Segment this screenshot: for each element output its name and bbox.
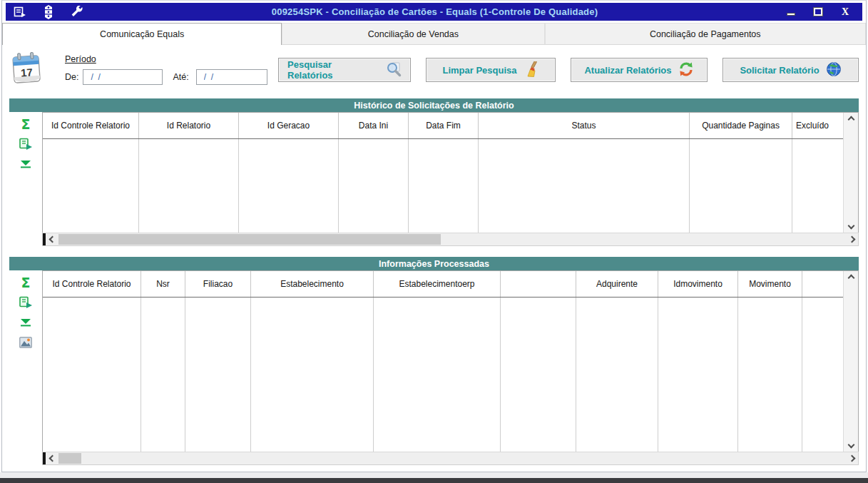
grid2-side-icons: Σ	[9, 270, 42, 465]
refresh-reports-button[interactable]: Atualizar Relatórios	[571, 58, 708, 82]
clear-search-button[interactable]: Limpar Pesquisa	[426, 58, 556, 82]
search-reports-label: Pesquisar Relatórios	[287, 59, 379, 81]
date-to-label: Até:	[173, 72, 188, 82]
grid1-header-row: Id Controle Relatorio Id Relatorio Id Ge…	[43, 113, 843, 139]
sum-icon[interactable]: Σ	[19, 118, 33, 131]
totem-icon[interactable]	[41, 6, 56, 19]
window-controls: X	[785, 7, 855, 17]
window-title: 009254SPK - Conciliação de Cartões - Equ…	[84, 6, 785, 17]
export-data-icon[interactable]	[19, 138, 33, 151]
maximize-button[interactable]	[812, 7, 824, 17]
scroll-right-button[interactable]	[845, 452, 858, 464]
application-window: 009254SPK - Conciliação de Cartões - Equ…	[0, 0, 868, 483]
grid1-vertical-scrollbar[interactable]	[843, 113, 858, 233]
grid1-body[interactable]	[43, 139, 843, 233]
clear-search-label: Limpar Pesquisa	[442, 65, 516, 76]
column-header[interactable]: Status	[479, 113, 690, 138]
magnifier-icon	[386, 61, 402, 79]
date-from-input[interactable]	[83, 69, 163, 85]
grid1-zone: Σ	[9, 112, 859, 246]
tab-label: Conciliação de Vendas	[368, 29, 459, 39]
desktop-gap	[0, 472, 868, 478]
request-report-label: Solicitar Relatório	[740, 65, 819, 76]
column-header[interactable]: Estabelecimento	[251, 271, 374, 297]
go-to-bottom-icon[interactable]	[19, 316, 33, 329]
column-header[interactable]: Idmovimento	[658, 271, 738, 297]
column-header[interactable]: Filiacao	[185, 271, 251, 297]
report-export-icon[interactable]	[13, 6, 27, 19]
scroll-right-button[interactable]	[845, 233, 858, 245]
column-header[interactable]: Id Controle Relatorio	[43, 271, 141, 297]
title-bar: 009254SPK - Conciliação de Cartões - Equ…	[6, 3, 862, 21]
grid2-header-row: Id Controle Relatorio Nsr Filiacao Estab…	[43, 271, 843, 298]
grid1-section-bar: Histórico de Solicitações de Relatório	[9, 98, 859, 112]
request-report-button[interactable]: Solicitar Relatório	[723, 58, 859, 82]
refresh-icon	[678, 61, 694, 79]
image-icon[interactable]	[19, 336, 33, 349]
tab-conciliacao-pagamentos[interactable]: Conciliação de Pagamentos	[545, 23, 867, 45]
scroll-down-icon[interactable]	[847, 442, 854, 449]
minimize-button[interactable]	[785, 7, 797, 17]
close-button[interactable]: X	[839, 7, 851, 17]
grid2: Id Controle Relatorio Nsr Filiacao Estab…	[42, 270, 859, 465]
column-header[interactable]: Data Ini	[339, 113, 409, 138]
grid2-horizontal-scrollbar[interactable]	[42, 452, 859, 465]
grid2-zone: Σ	[9, 270, 859, 465]
date-from-label: De:	[65, 72, 78, 82]
column-header[interactable]: Quantidade Paginas	[690, 113, 792, 138]
action-buttons: Pesquisar Relatórios Limpar Pesquisa	[275, 58, 859, 82]
export-data-icon[interactable]	[19, 296, 33, 309]
scroll-down-icon[interactable]	[847, 223, 854, 230]
date-to-input[interactable]	[196, 69, 267, 85]
grid1-title: Histórico de Solicitações de Relatório	[354, 101, 514, 111]
grid1-side-icons: Σ	[9, 112, 42, 246]
column-header[interactable]: Estabelecimentoerp	[374, 271, 501, 297]
grid1-horizontal-scrollbar[interactable]	[42, 233, 859, 246]
grid2-title: Informações Processadas	[379, 259, 489, 269]
sum-icon[interactable]: Σ	[19, 276, 33, 289]
tab-comunicacao-equals[interactable]: Comunicação Equals	[2, 23, 282, 45]
grid2-section-bar: Informações Processadas	[9, 257, 859, 270]
grid1: Id Controle Relatorio Id Relatorio Id Ge…	[42, 112, 859, 246]
period-label: Período	[65, 54, 96, 64]
column-header[interactable]: Id Relatorio	[139, 113, 239, 138]
scroll-left-button[interactable]	[46, 233, 58, 245]
column-header[interactable]: Adquirente	[576, 271, 658, 297]
calendar-day: 17	[20, 66, 33, 78]
scroll-left-button[interactable]	[46, 452, 58, 464]
scroll-up-icon[interactable]	[847, 275, 854, 282]
column-header[interactable]: Movimento	[738, 271, 802, 297]
search-reports-button[interactable]: Pesquisar Relatórios	[278, 58, 411, 82]
window-frame: 009254SPK - Conciliação de Cartões - Equ…	[1, 0, 867, 472]
refresh-reports-label: Atualizar Relatórios	[584, 65, 671, 76]
window-bottom-edge	[0, 478, 868, 483]
toolbar: 17 Período De: Até: Pesquisar Rel	[2, 45, 866, 92]
tab-label: Comunicação Equals	[100, 29, 184, 39]
scrollbar-thumb[interactable]	[58, 234, 441, 245]
globe-icon	[826, 61, 842, 79]
tab-conciliacao-vendas[interactable]: Conciliação de Vendas	[282, 23, 544, 45]
grid2-body[interactable]	[43, 298, 843, 452]
column-header[interactable]: Id Geracao	[239, 113, 339, 138]
period-filter: 17 Período De: Até:	[9, 48, 275, 89]
calendar-icon: 17	[11, 51, 42, 89]
column-header-filler	[802, 271, 843, 297]
column-header[interactable]: Id Controle Relatorio	[43, 113, 139, 138]
broom-icon	[524, 61, 539, 79]
scroll-up-icon[interactable]	[847, 116, 854, 123]
column-header[interactable]: Nsr	[141, 271, 185, 297]
go-to-bottom-icon[interactable]	[19, 158, 33, 171]
column-header[interactable]: Excluído	[792, 113, 832, 138]
column-header[interactable]: Data Fim	[409, 113, 479, 138]
wrench-icon[interactable]	[70, 6, 84, 19]
grid2-vertical-scrollbar[interactable]	[843, 271, 858, 452]
scrollbar-thumb[interactable]	[58, 453, 81, 464]
tab-label: Conciliação de Pagamentos	[650, 29, 761, 39]
column-header[interactable]	[501, 271, 576, 297]
tab-bar: Comunicação Equals Conciliação de Vendas…	[2, 23, 866, 45]
title-bar-icons	[13, 6, 84, 19]
